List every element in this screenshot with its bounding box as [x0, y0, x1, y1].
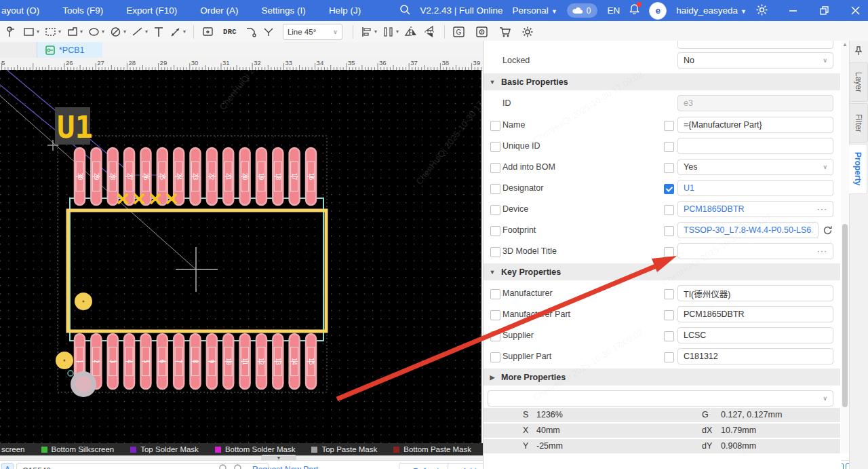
- component-pad[interactable]: 21: [223, 148, 233, 205]
- value-checkbox[interactable]: [664, 247, 674, 257]
- tab-pcb1[interactable]: *PCB1: [37, 42, 102, 58]
- value-checkbox-checked[interactable]: [664, 184, 674, 194]
- mirror-vertical-icon[interactable]: [423, 24, 437, 40]
- component-pad[interactable]: 20: [240, 148, 250, 205]
- component-pad[interactable]: 9: [207, 334, 217, 389]
- section-header-more-properties[interactable]: ▶More Properties: [484, 369, 840, 386]
- attr-show-checkbox[interactable]: [490, 142, 500, 152]
- keepout-tool-icon[interactable]: ▾: [110, 24, 126, 40]
- attr-show-checkbox[interactable]: [490, 121, 500, 131]
- line-mode-select[interactable]: Line 45°∨: [283, 24, 342, 40]
- value-checkbox[interactable]: [664, 163, 674, 173]
- component-pad[interactable]: 16: [306, 148, 316, 205]
- menu-order[interactable]: Order (A): [189, 0, 250, 21]
- menu-tools[interactable]: Tools (F9): [51, 0, 115, 21]
- attr-show-checkbox[interactable]: [490, 331, 500, 341]
- line-tool-icon[interactable]: ▾: [132, 24, 148, 40]
- route-tool-icon[interactable]: [245, 24, 257, 40]
- attr-show-checkbox[interactable]: [490, 352, 500, 362]
- search-more-icon[interactable]: [233, 464, 243, 469]
- distribute-icon[interactable]: ▾: [382, 24, 399, 40]
- request-new-part-link[interactable]: Request New Part: [252, 465, 318, 469]
- layer-tab-bottom-paste-mask[interactable]: Bottom Paste Mask: [393, 445, 471, 453]
- value-checkbox[interactable]: [664, 121, 674, 131]
- component-pad[interactable]: 29: [91, 148, 101, 205]
- component-pad[interactable]: 17: [290, 148, 300, 205]
- refresh-footprint-icon[interactable]: [823, 225, 833, 236]
- footprint-library-icon[interactable]: G: [452, 24, 466, 40]
- language-toggle[interactable]: EN: [607, 5, 620, 16]
- toolbar-settings-icon[interactable]: [521, 24, 534, 40]
- pin-panel-icon[interactable]: [854, 46, 868, 58]
- property-input-unique-id[interactable]: [677, 138, 833, 154]
- restore-button[interactable]: [818, 5, 830, 17]
- layer-tab-top-paste-mask[interactable]: Top Paste Mask: [311, 445, 377, 453]
- search-part-icon[interactable]: [218, 464, 229, 469]
- property-input-locked[interactable]: No∨: [677, 52, 833, 69]
- minimize-button[interactable]: [787, 5, 799, 17]
- mirror-horizontal-icon[interactable]: [404, 24, 418, 40]
- attr-show-checkbox[interactable]: [490, 247, 500, 257]
- section-header-key-properties[interactable]: ▼Key Properties: [484, 263, 840, 280]
- component-pad[interactable]: 18: [273, 148, 283, 205]
- layer-tab-bottom-silkscreen[interactable]: Bottom Silkscreen: [41, 445, 115, 453]
- menu-settings[interactable]: Settings (I): [250, 0, 317, 21]
- property-input-add-into-bom[interactable]: Yes∨: [677, 159, 833, 175]
- tab-scroll-box[interactable]: [0, 42, 37, 58]
- value-checkbox[interactable]: [664, 352, 674, 362]
- tab-filter[interactable]: Filter: [850, 103, 868, 143]
- component-pad[interactable]: 19: [256, 148, 267, 205]
- component-pad[interactable]: 4: [124, 334, 134, 389]
- designator-text[interactable]: U1: [57, 110, 93, 145]
- component-pad[interactable]: 12: [256, 334, 267, 389]
- tab-layer[interactable]: Layer: [850, 62, 868, 102]
- search-icon[interactable]: [399, 4, 411, 18]
- section-header-basic-properties[interactable]: ▼Basic Properties: [484, 73, 840, 90]
- value-checkbox[interactable]: [664, 142, 674, 152]
- component-pad[interactable]: 30: [75, 148, 85, 205]
- attr-show-checkbox[interactable]: [490, 163, 500, 173]
- property-input-footprint[interactable]: TSSOP-30_L7.8-W4.4-P0.50-LS6.4-B: [677, 222, 818, 238]
- pcb-canvas-svg[interactable]: ChenHuiQi 2025-10-30 17:09:02ChenHuiQi 2…: [0, 70, 481, 443]
- text-tool-icon[interactable]: [153, 24, 164, 40]
- pcb-canvas[interactable]: ChenHuiQi 2025-10-30 17:09:02ChenHuiQi 2…: [0, 70, 481, 443]
- more-options-button[interactable]: ···: [817, 246, 827, 256]
- pin-tool-icon[interactable]: [5, 24, 18, 40]
- rect-tool-icon[interactable]: ▾: [23, 24, 39, 40]
- import-board-icon[interactable]: [201, 24, 215, 40]
- menu-help[interactable]: Help (J): [317, 0, 372, 21]
- property-input-supplier-part[interactable]: C181312: [677, 348, 833, 364]
- component-pad[interactable]: 28: [108, 148, 118, 205]
- value-checkbox[interactable]: [664, 310, 674, 320]
- property-input-manufacturer-part[interactable]: PCM1865DBTR: [677, 306, 833, 322]
- clipped-top-input[interactable]: [677, 41, 833, 49]
- net-angle-icon[interactable]: [262, 24, 275, 40]
- property-input-supplier[interactable]: LCSC: [677, 327, 833, 343]
- attr-show-checkbox[interactable]: [490, 184, 500, 194]
- align-icon[interactable]: ▾: [361, 24, 377, 40]
- value-checkbox[interactable]: [664, 205, 674, 215]
- component-pad[interactable]: 8: [191, 334, 201, 389]
- component-pad[interactable]: 23: [191, 148, 201, 205]
- property-input-manufacturer[interactable]: TI(德州仪器): [677, 285, 833, 301]
- workspace-dropdown[interactable]: Personal▼: [513, 5, 557, 16]
- component-pad[interactable]: 14: [290, 334, 300, 389]
- property-input-id[interactable]: e3: [677, 95, 833, 111]
- layer-tab-screen[interactable]: screen: [1, 445, 25, 453]
- notification-bell-icon[interactable]: [629, 4, 639, 17]
- library-search-input[interactable]: C15542: [16, 463, 269, 469]
- layer-tab-top-solder-mask[interactable]: Top Solder Mask: [130, 445, 199, 453]
- order-cart-icon[interactable]: [498, 24, 512, 40]
- account-dropdown[interactable]: haidy_easyeda▼: [676, 5, 747, 16]
- layer-tab-bottom-solder-mask[interactable]: Bottom Solder Mask: [215, 445, 296, 453]
- component-pad[interactable]: 7: [174, 334, 184, 389]
- ellipse-tool-icon[interactable]: ▾: [88, 24, 104, 40]
- attr-show-checkbox[interactable]: [490, 289, 500, 299]
- close-button[interactable]: [849, 5, 861, 17]
- more-options-button[interactable]: ···: [817, 204, 827, 214]
- property-input-designator[interactable]: U1: [677, 180, 833, 196]
- component-pad[interactable]: 6: [157, 334, 167, 389]
- tab-property[interactable]: Property: [849, 144, 867, 194]
- settings-gear-icon[interactable]: [756, 4, 768, 18]
- menu-layout[interactable]: ayout (O): [0, 0, 51, 21]
